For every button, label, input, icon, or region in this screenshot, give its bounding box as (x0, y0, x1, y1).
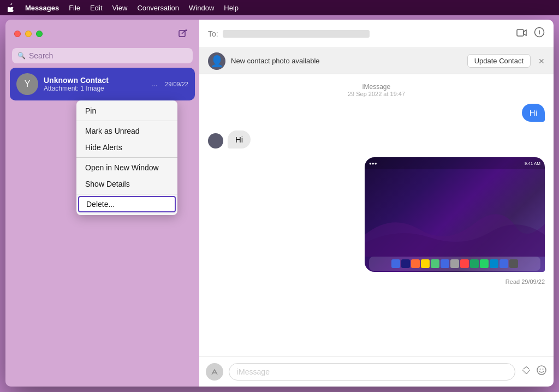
svg-rect-2 (517, 29, 524, 36)
dock-icon-8 (460, 259, 469, 268)
sidebar-header (5, 20, 199, 48)
chat-header: To: i (199, 20, 554, 48)
conv-preview: Attachment: 1 Image (44, 85, 146, 92)
image-message: ●●● 9:41 AM (208, 157, 545, 272)
emoji-icon[interactable] (536, 365, 547, 378)
dock-icon-1 (391, 259, 400, 268)
chat-header-actions: i (516, 27, 545, 40)
contact-banner-text: New contact photo available (231, 57, 462, 65)
maximize-button[interactable] (36, 31, 43, 37)
context-menu-show-details[interactable]: Show Details (76, 176, 177, 192)
main-window: 🔍 Search Y Unknown Contact Attachment: 1… (5, 20, 554, 387)
search-placeholder: Search (29, 51, 53, 60)
input-bar: iMessage (199, 356, 554, 387)
minimize-button[interactable] (25, 31, 32, 37)
imessage-label: iMessage 29 Sep 2022 at 19:47 (208, 83, 545, 97)
menubar-file[interactable]: File (69, 4, 80, 12)
received-hi-message: Hi (208, 130, 545, 149)
to-address (223, 30, 370, 38)
dock-icon-5 (431, 259, 439, 268)
traffic-lights (14, 31, 43, 37)
desktop-topbar-left: ●●● (369, 161, 377, 166)
sent-bubble: Hi (522, 104, 545, 122)
input-actions (521, 365, 547, 378)
received-avatar (208, 133, 223, 149)
dock-icon-13 (509, 259, 518, 268)
dock-icon-11 (490, 259, 498, 268)
context-menu-separator-2 (76, 157, 177, 158)
image-bubble: ●●● 9:41 AM (365, 157, 545, 272)
dock-icon-2 (401, 259, 410, 268)
search-bar[interactable]: 🔍 Search (12, 48, 193, 63)
desktop-screenshot: ●●● 9:41 AM (365, 157, 545, 272)
desktop-topbar: ●●● 9:41 AM (365, 157, 545, 169)
close-button[interactable] (14, 31, 21, 37)
menubar-edit[interactable]: Edit (90, 4, 102, 12)
conv-name: Unknown Contact (44, 76, 146, 85)
audio-input-icon[interactable] (521, 365, 532, 378)
dock-icon-12 (499, 259, 508, 268)
contact-avatar: 👤 (208, 52, 225, 70)
desktop-wave (365, 202, 545, 257)
imessage-label-title: iMessage (208, 83, 545, 91)
avatar: Y (16, 73, 38, 95)
message-input-placeholder: iMessage (237, 367, 270, 376)
dock-icon-4 (421, 259, 430, 268)
menubar-conversation[interactable]: Conversation (137, 4, 179, 12)
search-icon: 🔍 (17, 52, 26, 60)
contact-banner: 👤 New contact photo available Update Con… (199, 48, 554, 74)
context-menu-delete[interactable]: Delete... (78, 196, 176, 212)
svg-point-18 (537, 366, 546, 375)
conv-info: Unknown Contact Attachment: 1 Image (44, 76, 146, 92)
sidebar: 🔍 Search Y Unknown Contact Attachment: 1… (5, 20, 199, 387)
app-layout: 🔍 Search Y Unknown Contact Attachment: 1… (5, 20, 554, 387)
menubar-view[interactable]: View (112, 4, 128, 12)
menubar-help[interactable]: Help (224, 4, 239, 12)
read-receipt: Read 29/09/22 (208, 278, 545, 285)
dock-icon-9 (470, 259, 479, 268)
dock-icon-3 (411, 259, 420, 268)
desktop-topbar-right: 9:41 AM (525, 161, 540, 166)
messages-area: iMessage 29 Sep 2022 at 19:47 Hi Hi (199, 74, 554, 356)
context-menu-hide-alerts[interactable]: Hide Alerts (76, 139, 177, 156)
received-bubble: Hi (228, 130, 251, 149)
conversation-item[interactable]: Y Unknown Contact Attachment: 1 Image ..… (10, 68, 195, 100)
svg-point-20 (543, 369, 544, 370)
context-menu-separator-3 (76, 194, 177, 194)
compose-button[interactable] (175, 26, 191, 41)
imessage-label-date: 29 Sep 2022 at 19:47 (208, 91, 545, 97)
context-menu-mark-unread[interactable]: Mark as Unread (76, 123, 177, 139)
app-store-button[interactable] (206, 363, 223, 381)
dock (369, 257, 540, 271)
dock-icon-10 (480, 259, 489, 268)
banner-close-icon[interactable]: ✕ (538, 57, 545, 66)
dock-icon-6 (441, 259, 449, 268)
context-menu-pin[interactable]: Pin (76, 103, 177, 119)
to-label: To: (208, 29, 218, 38)
context-menu: Pin Mark as Unread Hide Alerts Open in N… (76, 100, 177, 215)
context-menu-open-new-window[interactable]: Open in New Window (76, 159, 177, 176)
conv-more-icon: ... (152, 80, 157, 88)
context-menu-separator-1 (76, 121, 177, 121)
contact-avatar-face: 👤 (210, 56, 224, 67)
menubar-messages[interactable]: Messages (25, 4, 59, 12)
svg-text:i: i (538, 29, 540, 35)
chat-area: To: i (199, 20, 554, 387)
dock-icon-7 (450, 259, 459, 268)
menubar-window[interactable]: Window (189, 4, 214, 12)
apple-menu[interactable] (7, 3, 15, 12)
menubar: Messages File Edit View Conversation Win… (0, 0, 559, 15)
conv-time: 29/09/22 (165, 81, 188, 87)
svg-point-19 (540, 369, 541, 370)
info-icon[interactable]: i (534, 27, 545, 40)
sent-hi-message: Hi (208, 104, 545, 122)
update-contact-button[interactable]: Update Contact (467, 54, 531, 68)
message-input[interactable]: iMessage (229, 363, 515, 381)
video-call-icon[interactable] (516, 28, 527, 39)
